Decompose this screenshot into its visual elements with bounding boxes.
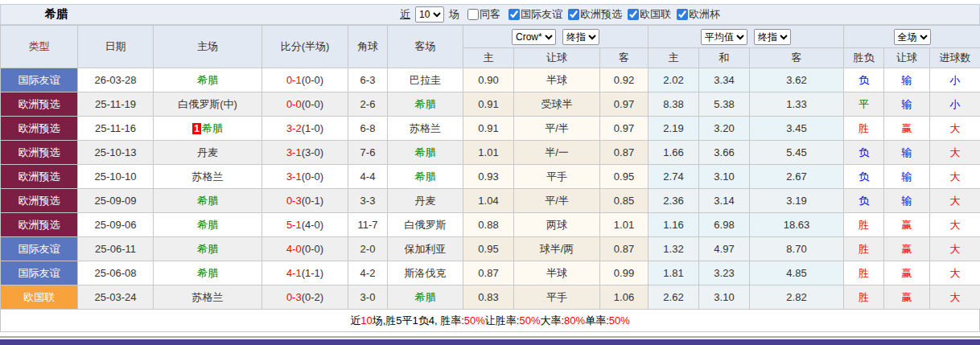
odds-handicap-value: 平手 xyxy=(514,285,600,310)
away-team-link[interactable]: 白俄罗斯 xyxy=(388,213,463,237)
odds-handicap-value: 受球半 xyxy=(514,92,600,117)
result-value: 负 xyxy=(844,68,884,92)
fulltime-score: 3-1 xyxy=(286,170,302,183)
same-away-filter[interactable]: 同客 xyxy=(462,7,500,22)
league-badge: 欧洲预选 xyxy=(1,213,78,237)
table-row: 欧洲预选 25-10-13 丹麦 3-1(3-0) 7-6 希腊 1.01 半/… xyxy=(1,141,980,165)
near-link[interactable]: 近 xyxy=(400,7,410,22)
avg-away-value: 5.45 xyxy=(750,141,844,165)
league-filter[interactable]: 欧国联 xyxy=(622,7,671,22)
goals-result-value: 大 xyxy=(930,189,980,213)
away-team-name: 希腊 xyxy=(415,98,436,110)
league-filter-checkbox[interactable] xyxy=(628,9,639,20)
avg-draw-value: 3.14 xyxy=(699,189,750,213)
away-team-link[interactable]: 苏格兰 xyxy=(388,117,463,141)
home-team-name: 苏格兰 xyxy=(192,170,224,183)
away-team-link[interactable]: 丹麦 xyxy=(388,189,463,213)
match-date: 25-10-10 xyxy=(78,165,154,189)
halftime-score: (1-0) xyxy=(302,122,323,134)
away-team-link[interactable]: 希腊 xyxy=(388,285,463,310)
col-header-date: 日期 xyxy=(78,26,154,68)
away-team-name: 丹麦 xyxy=(415,195,436,207)
odds-handicap-value: 平/半 xyxy=(514,189,600,213)
home-team-link[interactable]: 希腊 xyxy=(154,189,262,213)
fulltime-score: 0-0 xyxy=(286,98,302,110)
corner-score: 4-4 xyxy=(348,165,388,189)
avg-select[interactable]: 平均值 xyxy=(701,29,747,45)
avg-home-value: 1.32 xyxy=(649,237,699,261)
odds-away-value: 0.97 xyxy=(600,92,649,117)
corner-score: 7-6 xyxy=(348,141,388,165)
odds-away-value: 0.97 xyxy=(600,117,649,141)
home-team-link[interactable]: 苏格兰 xyxy=(154,285,262,310)
away-team-link[interactable]: 希腊 xyxy=(388,92,463,117)
halftime-score: (0-0) xyxy=(302,98,323,110)
home-team-link[interactable]: 希腊 xyxy=(154,68,262,92)
odds-handicap-value: 半球 xyxy=(514,68,600,92)
match-date: 25-11-16 xyxy=(78,117,154,141)
home-team-link[interactable]: 苏格兰 xyxy=(154,165,262,189)
home-team-link[interactable]: 希腊 xyxy=(154,237,262,261)
match-count-select[interactable]: 10 xyxy=(415,6,444,23)
score-cell: 0-3(0-1) xyxy=(262,189,348,213)
fulltime-score: 0-3 xyxy=(286,291,302,303)
league-filter[interactable]: 国际友谊 xyxy=(503,7,562,22)
result-value: 负 xyxy=(844,141,884,165)
home-team-name: 希腊 xyxy=(197,219,218,231)
league-filter[interactable]: 欧洲杯 xyxy=(671,7,720,22)
home-team-name: 苏格兰 xyxy=(192,291,224,303)
avg-draw-value: 4.97 xyxy=(699,237,750,261)
avg-index-select[interactable]: 终指 xyxy=(754,29,791,45)
odds-index-select[interactable]: 终指 xyxy=(562,29,599,45)
home-team-link[interactable]: 丹麦 xyxy=(154,141,262,165)
avg-group-header: 平均值终指 xyxy=(649,26,844,48)
scope-select[interactable]: 全场 xyxy=(894,29,931,45)
fulltime-score: 0-3 xyxy=(286,195,302,207)
halftime-score: (3-0) xyxy=(302,146,323,158)
match-date: 25-03-24 xyxy=(78,285,154,310)
league-badge: 欧洲预选 xyxy=(1,141,78,165)
handicap-result-value: 赢 xyxy=(884,261,930,285)
score-cell: 0-0(0-0) xyxy=(262,92,348,117)
home-team-name: 丹麦 xyxy=(197,146,218,158)
odds-company-select[interactable]: Crow* xyxy=(512,29,556,45)
home-team-link[interactable]: 希腊 xyxy=(154,213,262,237)
filter-controls: 近 10 场 同客 国际友谊欧洲预选欧国联欧洲杯 xyxy=(400,6,720,23)
league-filter[interactable]: 欧洲预选 xyxy=(562,7,622,22)
away-team-name: 白俄罗斯 xyxy=(405,219,447,231)
corner-score: 11-7 xyxy=(348,213,388,237)
home-team-link[interactable]: 白俄罗斯(中) xyxy=(154,92,262,117)
halftime-score: (1-1) xyxy=(302,267,323,279)
away-team-link[interactable]: 希腊 xyxy=(388,141,463,165)
league-badge: 国际友谊 xyxy=(1,68,78,92)
league-filter-label: 欧国联 xyxy=(640,7,671,22)
odds-handicap-value: 半球 xyxy=(514,261,600,285)
league-filter-checkbox[interactable] xyxy=(509,9,520,20)
avg-home-value: 1.81 xyxy=(649,261,699,285)
avg-away-value: 8.70 xyxy=(750,237,844,261)
red-card-badge: 1 xyxy=(192,123,201,134)
fulltime-score: 0-1 xyxy=(286,74,302,86)
fulltime-score: 3-2 xyxy=(286,122,302,134)
avg-away-value: 3.19 xyxy=(750,189,844,213)
score-cell: 3-2(1-0) xyxy=(262,117,348,141)
away-team-link[interactable]: 保加利亚 xyxy=(388,237,463,261)
league-filter-checkbox[interactable] xyxy=(568,9,579,20)
same-away-label: 同客 xyxy=(480,7,500,22)
summary-text-segment: 50% xyxy=(609,314,630,327)
score-cell: 4-1(1-1) xyxy=(262,261,348,285)
same-away-checkbox[interactable] xyxy=(467,9,479,20)
goals-result-value: 小 xyxy=(930,92,980,117)
handicap-result-value: 输 xyxy=(884,141,930,165)
table-row: 欧国联 25-03-24 苏格兰 0-3(0-2) 3-0 希腊 0.83 平手… xyxy=(1,285,980,310)
home-team-link[interactable]: 希腊 xyxy=(154,261,262,285)
odds-home-value: 1.01 xyxy=(463,141,514,165)
corner-score: 3-3 xyxy=(348,189,388,213)
home-team-link[interactable]: 1希腊 xyxy=(154,117,262,141)
away-team-link[interactable]: 斯洛伐克 xyxy=(388,261,463,285)
league-filter-checkbox[interactable] xyxy=(677,9,688,20)
away-team-link[interactable]: 希腊 xyxy=(388,165,463,189)
table-row: 欧洲预选 25-11-19 白俄罗斯(中) 0-0(0-0) 2-6 希腊 0.… xyxy=(1,92,980,117)
col-header-home: 主场 xyxy=(154,26,262,68)
away-team-link[interactable]: 巴拉圭 xyxy=(388,68,463,92)
